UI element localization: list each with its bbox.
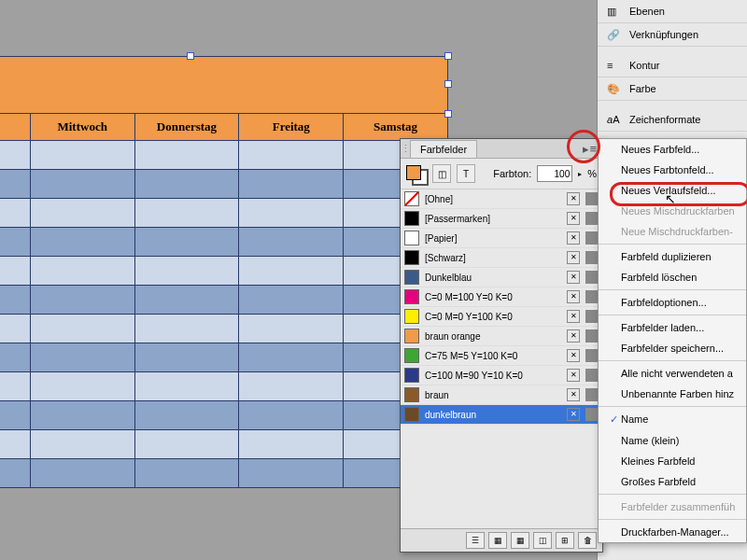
table-cell[interactable] (31, 401, 135, 429)
table-row[interactable] (0, 286, 448, 315)
table-cell[interactable] (0, 430, 31, 458)
table-cell[interactable] (135, 257, 240, 285)
swatch-list[interactable]: [Ohne]✕[Passermarken]✕[Papier]✕[Schwarz]… (401, 189, 602, 497)
table-cell[interactable] (31, 199, 135, 227)
table-cell[interactable] (239, 459, 344, 487)
panel-grip-icon[interactable]: ⋮ (401, 143, 408, 155)
menu-item[interactable]: Alle nicht verwendeten a (599, 363, 746, 384)
menu-item[interactable]: Druckfarben-Manager... (599, 522, 746, 542)
table-cell[interactable] (239, 401, 344, 429)
dock-item-farbe[interactable]: 🎨Farbe (598, 77, 747, 101)
selection-handle[interactable] (444, 80, 452, 88)
table-cell[interactable] (31, 257, 135, 285)
calendar-table[interactable]: ag Mittwoch Donnerstag Freitag Samstag (0, 56, 448, 488)
swatch-row[interactable]: C=0 M=100 Y=0 K=0✕ (401, 287, 602, 307)
tint-stepper-icon[interactable]: ▸ (578, 170, 582, 178)
menu-item[interactable]: Farbfelder speichern... (599, 338, 746, 358)
table-cell[interactable] (31, 141, 135, 169)
menu-item[interactable]: Farbfelder laden... (599, 317, 746, 338)
selection-handle[interactable] (444, 110, 452, 118)
selection-handle[interactable] (187, 52, 194, 60)
table-cell[interactable] (239, 315, 344, 343)
dock-item-kontur[interactable]: ≡Kontur (598, 54, 747, 77)
table-cell[interactable] (239, 170, 344, 198)
menu-item[interactable]: ✓Name (599, 409, 746, 430)
table-cell[interactable] (0, 343, 31, 371)
dock-item-zeichen[interactable]: aAZeichenformate (598, 108, 747, 132)
table-row[interactable] (0, 459, 448, 488)
table-cell[interactable] (135, 401, 240, 429)
table-cell[interactable] (0, 286, 31, 314)
table-cell[interactable] (135, 430, 240, 458)
swatch-row[interactable]: C=75 M=5 Y=100 K=0✕ (401, 346, 602, 366)
table-cell[interactable] (239, 286, 344, 314)
table-row[interactable] (0, 170, 448, 199)
table-cell[interactable] (0, 459, 31, 487)
view-list-button[interactable]: ☰ (466, 532, 485, 549)
table-cell[interactable] (0, 257, 31, 285)
swatch-row[interactable]: C=100 M=90 Y=10 K=0✕ (401, 366, 602, 385)
swatch-row[interactable]: [Papier]✕ (401, 229, 602, 248)
table-cell[interactable] (239, 372, 344, 400)
menu-item[interactable]: Name (klein) (599, 430, 746, 451)
menu-item[interactable]: Farbfeldoptionen... (599, 292, 746, 313)
table-cell[interactable] (0, 199, 31, 227)
table-row[interactable] (0, 430, 448, 459)
menu-item[interactable]: Farbfeld duplizieren (599, 246, 746, 267)
table-cell[interactable] (31, 430, 135, 458)
table-cell[interactable] (31, 372, 135, 400)
panel-title[interactable]: Farbfelder (410, 140, 477, 158)
new-swatch-button[interactable]: ◫ (533, 532, 552, 549)
selection-handle[interactable] (444, 52, 452, 60)
table-row[interactable] (0, 315, 448, 343)
table-row[interactable] (0, 228, 448, 257)
swatch-row[interactable]: [Passermarken]✕ (401, 209, 602, 229)
table-cell[interactable] (31, 459, 135, 487)
menu-item[interactable]: Großes Farbfeld (599, 471, 746, 492)
table-cell[interactable] (135, 228, 240, 256)
view-small-button[interactable]: ▦ (488, 532, 507, 549)
swatch-row[interactable]: braun orange✕ (401, 327, 602, 346)
view-large-button[interactable]: ▦ (511, 532, 529, 549)
swatch-row[interactable]: braun✕ (401, 385, 602, 405)
table-cell[interactable] (31, 228, 135, 256)
swatch-row[interactable]: Dunkelblau✕ (401, 268, 602, 287)
table-row[interactable] (0, 343, 448, 372)
swatch-row[interactable]: C=0 M=0 Y=100 K=0✕ (401, 307, 602, 327)
table-cell[interactable] (239, 430, 344, 458)
table-cell[interactable] (135, 170, 240, 198)
table-row[interactable] (0, 257, 448, 286)
table-cell[interactable] (31, 343, 135, 371)
menu-item[interactable]: Farbfeld löschen (599, 267, 746, 287)
table-cell[interactable] (239, 343, 344, 371)
table-row[interactable] (0, 141, 448, 170)
swatch-row[interactable]: [Schwarz]✕ (401, 248, 602, 268)
table-cell[interactable] (239, 141, 344, 169)
table-cell[interactable] (135, 343, 240, 371)
table-cell[interactable] (0, 228, 31, 256)
text-format-button[interactable]: T (457, 164, 475, 183)
container-format-button[interactable]: ◫ (432, 164, 451, 183)
table-cell[interactable] (239, 199, 344, 227)
table-cell[interactable] (135, 286, 240, 314)
table-cell[interactable] (239, 257, 344, 285)
table-cell[interactable] (0, 141, 31, 169)
table-row[interactable] (0, 372, 448, 401)
table-row[interactable] (0, 401, 448, 430)
dock-item-ebenen[interactable]: ▥Ebenen (598, 0, 747, 23)
table-cell[interactable] (135, 199, 240, 227)
table-cell[interactable] (135, 315, 240, 343)
table-cell[interactable] (239, 228, 344, 256)
table-cell[interactable] (135, 372, 240, 400)
menu-item[interactable]: Neues Farbfeld... (599, 139, 746, 160)
delete-swatch-button[interactable]: 🗑 (578, 532, 597, 549)
table-cell[interactable] (0, 401, 31, 429)
dock-item-links[interactable]: 🔗Verknüpfungen (598, 23, 747, 47)
table-cell[interactable] (135, 459, 240, 487)
table-cell[interactable] (0, 315, 31, 343)
table-cell[interactable] (31, 286, 135, 314)
menu-item[interactable]: Unbenannte Farben hinz (599, 384, 746, 404)
new-swatch2-button[interactable]: ⊞ (556, 532, 574, 549)
menu-item[interactable]: Neues Farbtonfeld... (599, 160, 746, 180)
swatch-row[interactable]: [Ohne]✕ (401, 189, 602, 209)
